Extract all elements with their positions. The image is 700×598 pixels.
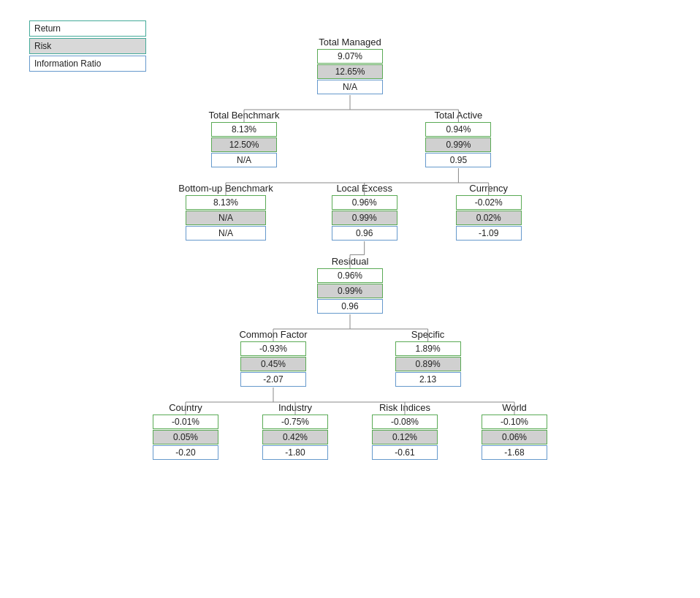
node-total-managed: Total Managed 9.07% 12.65% N/A <box>317 37 383 95</box>
currency-title: Currency <box>469 183 508 194</box>
specific-title: Specific <box>411 329 445 340</box>
total-active-ir: 0.95 <box>425 153 491 167</box>
currency-ir: -1.09 <box>456 226 522 241</box>
bottom-up-ir: N/A <box>186 226 266 241</box>
page: Return Risk Information Ratio Total Mana… <box>0 0 700 598</box>
common-factor-risk: 0.45% <box>240 357 306 371</box>
risk-indices-box: -0.08% 0.12% -0.61 <box>372 415 438 461</box>
world-title: World <box>502 402 527 413</box>
total-benchmark-return: 8.13% <box>211 122 277 137</box>
industry-return: -0.75% <box>262 415 328 429</box>
world-box: -0.10% 0.06% -1.68 <box>482 415 547 461</box>
node-common-factor: Common Factor -0.93% 0.45% -2.07 <box>239 329 307 387</box>
industry-risk: 0.42% <box>262 430 328 444</box>
industry-box: -0.75% 0.42% -1.80 <box>262 415 328 461</box>
risk-indices-risk: 0.12% <box>372 430 438 444</box>
currency-risk: 0.02% <box>456 211 522 225</box>
country-ir: -0.20 <box>153 445 218 460</box>
common-factor-return: -0.93% <box>240 341 306 356</box>
specific-risk: 0.89% <box>395 357 461 371</box>
total-managed-return: 9.07% <box>317 49 383 64</box>
total-managed-risk: 12.65% <box>317 64 383 79</box>
node-residual: Residual 0.96% 0.99% 0.96 <box>317 256 383 314</box>
node-total-benchmark: Total Benchmark 8.13% 12.50% N/A <box>209 110 280 168</box>
common-factor-title: Common Factor <box>239 329 307 340</box>
currency-return: -0.02% <box>456 195 522 210</box>
world-return: -0.10% <box>482 415 547 429</box>
bottom-up-risk: N/A <box>186 211 266 225</box>
node-industry: Industry -0.75% 0.42% -1.80 <box>262 402 328 461</box>
node-local-excess: Local Excess 0.96% 0.99% 0.96 <box>332 183 397 241</box>
residual-box: 0.96% 0.99% 0.96 <box>317 268 383 314</box>
total-benchmark-risk: 12.50% <box>211 137 277 152</box>
currency-box: -0.02% 0.02% -1.09 <box>456 195 522 241</box>
local-excess-ir: 0.96 <box>332 226 397 241</box>
specific-return: 1.89% <box>395 341 461 356</box>
common-factor-box: -0.93% 0.45% -2.07 <box>240 341 306 387</box>
total-managed-ir: N/A <box>317 80 383 94</box>
total-benchmark-title: Total Benchmark <box>209 110 280 121</box>
world-ir: -1.68 <box>482 445 547 460</box>
total-benchmark-ir: N/A <box>211 153 277 167</box>
legend-return-label: Return <box>34 23 61 34</box>
country-return: -0.01% <box>153 415 218 429</box>
total-managed-box: 9.07% 12.65% N/A <box>317 49 383 95</box>
local-excess-title: Local Excess <box>336 183 392 194</box>
risk-indices-title: Risk Indices <box>379 402 430 413</box>
industry-title: Industry <box>278 402 312 413</box>
total-active-return: 0.94% <box>425 122 491 137</box>
node-specific: Specific 1.89% 0.89% 2.13 <box>395 329 461 387</box>
local-excess-return: 0.96% <box>332 195 397 210</box>
specific-ir: 2.13 <box>395 372 461 387</box>
total-managed-title: Total Managed <box>319 37 381 48</box>
specific-box: 1.89% 0.89% 2.13 <box>395 341 461 387</box>
residual-title: Residual <box>332 256 369 267</box>
residual-return: 0.96% <box>317 268 383 283</box>
risk-indices-return: -0.08% <box>372 415 438 429</box>
residual-risk: 0.99% <box>317 284 383 298</box>
common-factor-ir: -2.07 <box>240 372 306 387</box>
node-world: World -0.10% 0.06% -1.68 <box>482 402 547 461</box>
total-active-box: 0.94% 0.99% 0.95 <box>425 122 491 168</box>
bottom-up-benchmark-title: Bottom-up Benchmark <box>178 183 273 194</box>
bottom-up-benchmark-box: 8.13% N/A N/A <box>186 195 266 241</box>
country-title: Country <box>169 402 202 413</box>
local-excess-box: 0.96% 0.99% 0.96 <box>332 195 397 241</box>
node-currency: Currency -0.02% 0.02% -1.09 <box>456 183 522 241</box>
node-total-active: Total Active 0.94% 0.99% 0.95 <box>425 110 491 168</box>
world-risk: 0.06% <box>482 430 547 444</box>
local-excess-risk: 0.99% <box>332 211 397 225</box>
total-benchmark-box: 8.13% 12.50% N/A <box>211 122 277 168</box>
legend-return: Return <box>29 20 146 37</box>
risk-indices-ir: -0.61 <box>372 445 438 460</box>
node-country: Country -0.01% 0.05% -0.20 <box>153 402 218 461</box>
connector-lines <box>15 37 685 461</box>
bottom-up-return: 8.13% <box>186 195 266 210</box>
node-bottom-up-benchmark: Bottom-up Benchmark 8.13% N/A N/A <box>178 183 273 241</box>
total-active-title: Total Active <box>435 110 483 121</box>
node-risk-indices: Risk Indices -0.08% 0.12% -0.61 <box>372 402 438 461</box>
residual-ir: 0.96 <box>317 299 383 314</box>
industry-ir: -1.80 <box>262 445 328 460</box>
country-risk: 0.05% <box>153 430 218 444</box>
country-box: -0.01% 0.05% -0.20 <box>153 415 218 461</box>
total-active-risk: 0.99% <box>425 137 491 152</box>
